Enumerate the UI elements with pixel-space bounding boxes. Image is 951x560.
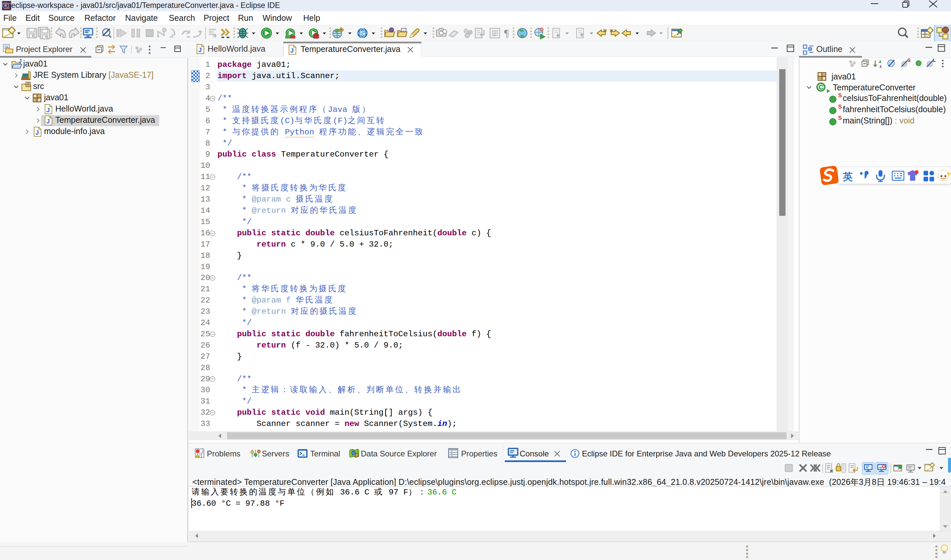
svg-text:S: S — [838, 104, 842, 110]
svg-text:L: L — [933, 58, 936, 63]
svg-text:J: J — [46, 106, 50, 114]
svg-text:a: a — [879, 58, 882, 64]
svg-text:J: J — [35, 129, 39, 136]
svg-text:S: S — [838, 115, 842, 121]
svg-text:C: C — [819, 84, 823, 91]
svg-text:S: S — [907, 58, 911, 63]
svg-text:S: S — [838, 93, 842, 98]
svg-text:z: z — [880, 63, 882, 69]
svg-text:¶: ¶ — [504, 28, 509, 39]
svg-text:S: S — [360, 29, 365, 37]
svg-text:J: J — [19, 59, 22, 64]
svg-text:J: J — [46, 118, 50, 125]
svg-text:J: J — [198, 46, 202, 53]
svg-text:Java EE: Java EE — [2, 2, 11, 5]
svg-text:J: J — [290, 47, 294, 54]
svg-text:IDE: IDE — [5, 7, 10, 9]
